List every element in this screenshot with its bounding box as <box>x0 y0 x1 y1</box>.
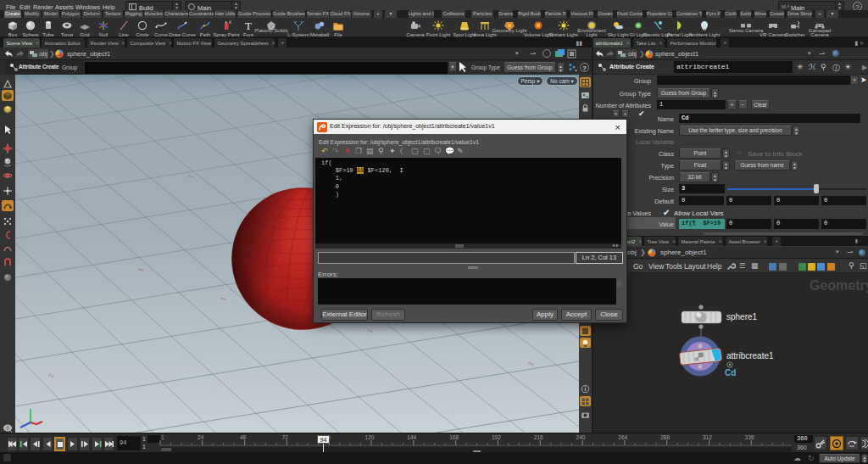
svg-text:312: 312 <box>703 434 712 440</box>
svg-text:1: 1 <box>186 173 194 180</box>
svg-text:Cd: Cd <box>725 368 736 377</box>
svg-text:144: 144 <box>407 434 416 440</box>
svg-text:2: 2 <box>526 361 535 367</box>
svg-text:216: 216 <box>534 434 543 440</box>
svg-text:264: 264 <box>618 434 627 440</box>
svg-text:1: 1 <box>219 295 227 302</box>
svg-text:1: 1 <box>136 266 145 273</box>
svg-text:168: 168 <box>449 434 459 440</box>
svg-text:288: 288 <box>660 434 670 440</box>
svg-text:2: 2 <box>47 372 55 379</box>
svg-text:1: 1 <box>161 434 164 440</box>
svg-text:48: 48 <box>240 434 247 440</box>
svg-text:192: 192 <box>492 434 501 440</box>
svg-text:72: 72 <box>282 434 289 440</box>
svg-text:24: 24 <box>198 434 204 440</box>
svg-text:240: 240 <box>576 434 586 440</box>
svg-text:sphere1: sphere1 <box>726 312 758 321</box>
svg-text:attribcreate1: attribcreate1 <box>726 351 774 361</box>
svg-text:120: 120 <box>365 434 375 440</box>
svg-text:336: 336 <box>745 434 754 440</box>
